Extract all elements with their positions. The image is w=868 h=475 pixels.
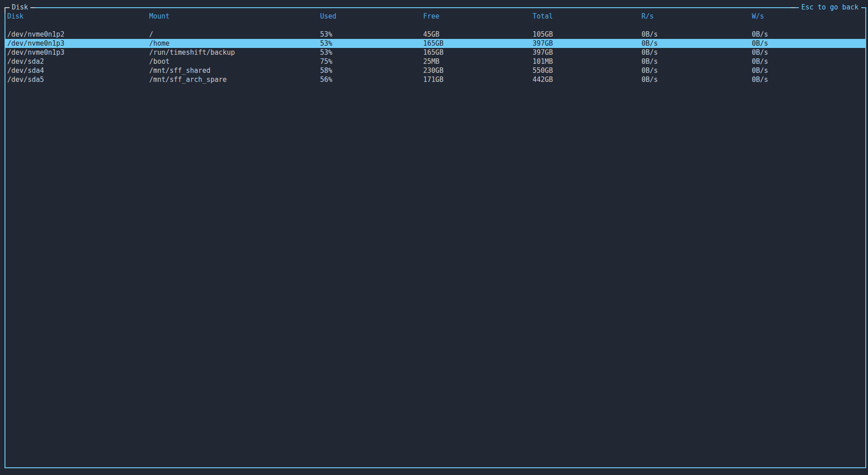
- cell-total: 105GB: [533, 30, 642, 39]
- column-header: W/s: [752, 12, 865, 21]
- cell-free: 165GB: [423, 39, 533, 48]
- cell-write-per-sec: 0B/s: [752, 30, 865, 39]
- cell-write-per-sec: 0B/s: [752, 66, 865, 75]
- cell-write-per-sec: 0B/s: [752, 39, 865, 48]
- cell-disk: /dev/nvme0n1p2: [7, 30, 149, 39]
- cell-used: 53%: [320, 30, 423, 39]
- disk-table-row[interactable]: /dev/nvme0n1p3 /home 53% 165GB 397GB 0B/…: [5, 39, 865, 48]
- cell-free: 25MB: [423, 57, 533, 66]
- column-header: Free: [423, 12, 533, 21]
- cell-total: 397GB: [533, 48, 642, 57]
- cell-total: 550GB: [533, 66, 642, 75]
- cell-free: 165GB: [423, 48, 533, 57]
- cell-mount: /mnt/sff_arch_spare: [149, 75, 320, 84]
- cell-mount: /run/timeshift/backup: [149, 48, 320, 57]
- column-header: Disk: [7, 12, 149, 21]
- column-header: R/s: [642, 12, 752, 21]
- cell-used: 58%: [320, 66, 423, 75]
- cell-write-per-sec: 0B/s: [752, 48, 865, 57]
- disk-table-row[interactable]: /dev/sda4 /mnt/sff_shared 58% 230GB 550G…: [5, 66, 865, 75]
- table-header-row: Disk Mount Used Free Total R/s W/s: [5, 12, 865, 21]
- disk-table-body: /dev/nvme0n1p2 / 53% 45GB 105GB 0B/s 0B/…: [5, 30, 865, 84]
- column-header: Total: [533, 12, 642, 21]
- cell-used: 53%: [320, 39, 423, 48]
- cell-read-per-sec: 0B/s: [642, 66, 752, 75]
- cell-total: 101MB: [533, 57, 642, 66]
- disk-table-row[interactable]: /dev/nvme0n1p2 / 53% 45GB 105GB 0B/s 0B/…: [5, 30, 865, 39]
- cell-free: 45GB: [423, 30, 533, 39]
- cell-write-per-sec: 0B/s: [752, 57, 865, 66]
- cell-read-per-sec: 0B/s: [642, 75, 752, 84]
- cell-disk: /dev/nvme0n1p3: [7, 39, 149, 48]
- cell-read-per-sec: 0B/s: [642, 39, 752, 48]
- cell-used: 56%: [320, 75, 423, 84]
- cell-disk: /dev/sda2: [7, 57, 149, 66]
- cell-read-per-sec: 0B/s: [642, 57, 752, 66]
- terminal-screen: Disk Esc to go back Disk Mount Used Free…: [0, 0, 868, 475]
- disk-table-row[interactable]: /dev/sda5 /mnt/sff_arch_spare 56% 171GB …: [5, 75, 865, 84]
- cell-disk: /dev/nvme0n1p3: [7, 48, 149, 57]
- cell-total: 442GB: [533, 75, 642, 84]
- cell-mount: /mnt/sff_shared: [149, 66, 320, 75]
- disk-table: Disk Mount Used Free Total R/s W/s: [5, 8, 865, 467]
- cell-write-per-sec: 0B/s: [752, 75, 865, 84]
- cell-read-per-sec: 0B/s: [642, 30, 752, 39]
- cell-free: 171GB: [423, 75, 533, 84]
- cell-mount: /: [149, 30, 320, 39]
- cell-mount: /home: [149, 39, 320, 48]
- cell-disk: /dev/sda4: [7, 66, 149, 75]
- cell-free: 230GB: [423, 66, 533, 75]
- column-header: Used: [320, 12, 423, 21]
- header-spacer: [5, 21, 865, 30]
- cell-mount: /boot: [149, 57, 320, 66]
- column-header: Mount: [149, 12, 320, 21]
- disk-table-row[interactable]: /dev/sda2 /boot 75% 25MB 101MB 0B/s 0B/s: [5, 57, 865, 66]
- disk-table-row[interactable]: /dev/nvme0n1p3 /run/timeshift/backup 53%…: [5, 48, 865, 57]
- cell-used: 75%: [320, 57, 423, 66]
- cell-total: 397GB: [533, 39, 642, 48]
- cell-read-per-sec: 0B/s: [642, 48, 752, 57]
- cell-used: 53%: [320, 48, 423, 57]
- cell-disk: /dev/sda5: [7, 75, 149, 84]
- disk-panel: Disk Esc to go back Disk Mount Used Free…: [5, 7, 866, 468]
